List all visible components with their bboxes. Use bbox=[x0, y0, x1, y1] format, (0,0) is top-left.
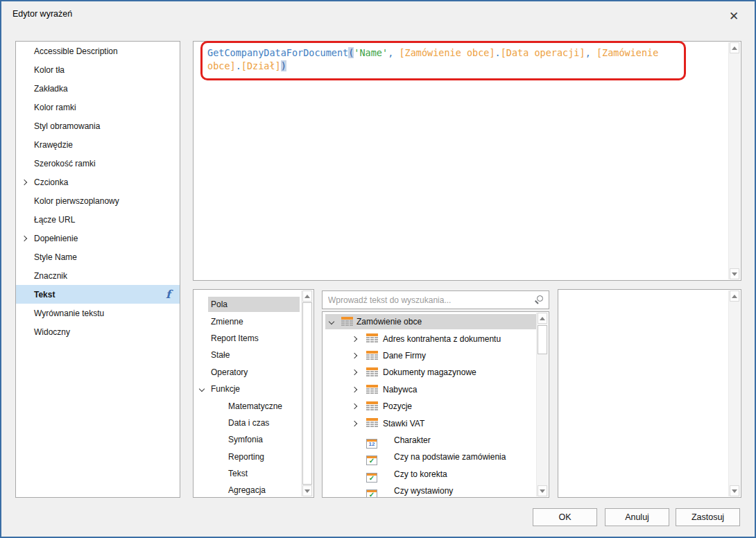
tree-scrollbar[interactable] bbox=[536, 313, 548, 496]
tree-item-czy-na-podstawie-zamowienia[interactable]: ✓Czy na podstawie zamówienia bbox=[323, 449, 536, 465]
tree-item-dokumenty-magazynowe[interactable]: Dokumenty magazynowe bbox=[323, 364, 536, 381]
category-label: Pola bbox=[208, 297, 300, 312]
scroll-down-icon[interactable] bbox=[730, 268, 739, 279]
tree-item-czy-to-korekta[interactable]: ✓Czy to korekta bbox=[323, 466, 536, 483]
property-item-widoczny[interactable]: Widoczny bbox=[16, 322, 180, 341]
description-panel bbox=[558, 289, 741, 498]
chevron-right-icon[interactable] bbox=[352, 420, 357, 426]
category-item-funkcje[interactable]: Funkcje bbox=[194, 381, 301, 397]
search-icon[interactable] bbox=[537, 295, 543, 302]
category-item-agregacja[interactable]: Agregacja bbox=[194, 482, 301, 498]
category-item-symfonia[interactable]: Symfonia bbox=[194, 431, 301, 448]
property-item-accessible-description[interactable]: Accessible Description bbox=[16, 42, 180, 60]
chevron-right-icon[interactable] bbox=[352, 387, 357, 392]
category-item-data-i-czas[interactable]: Data i czas bbox=[194, 415, 301, 431]
code-scrollbar[interactable] bbox=[728, 42, 740, 279]
category-item-tekst[interactable]: Tekst bbox=[194, 465, 301, 482]
scroll-up-icon[interactable] bbox=[730, 290, 739, 302]
category-label: Operatory bbox=[208, 365, 250, 380]
scroll-up-icon[interactable] bbox=[302, 290, 312, 302]
table-icon-grid bbox=[366, 405, 378, 410]
property-label: Kolor tła bbox=[34, 65, 65, 75]
table-icon-header bbox=[341, 317, 353, 320]
chevron-right-icon[interactable] bbox=[352, 353, 357, 358]
property-item-kolor-ramki[interactable]: Kolor ramki bbox=[16, 98, 180, 116]
property-item-dopelnienie[interactable]: Dopełnienie bbox=[16, 229, 180, 248]
scroll-down-icon[interactable] bbox=[538, 485, 547, 496]
tree-item-adres-kontrahenta-z-dokumentu[interactable]: Adres kontrahenta z dokumentu bbox=[323, 330, 536, 347]
chevron-right-icon[interactable] bbox=[22, 235, 27, 241]
property-label: Kolor ramki bbox=[34, 103, 76, 112]
category-item-reporting[interactable]: Reporting bbox=[194, 449, 301, 465]
category-item-matematyczne[interactable]: Matematyczne bbox=[194, 397, 301, 414]
property-label: Szerokość ramki bbox=[34, 159, 96, 168]
chevron-down-icon[interactable] bbox=[199, 386, 205, 392]
code-token-plain: . bbox=[495, 47, 501, 58]
scroll-up-icon[interactable] bbox=[730, 42, 739, 53]
property-item-znacznik[interactable]: Znacznik bbox=[16, 266, 180, 285]
tree-item-pozycje[interactable]: Pozycje bbox=[323, 398, 536, 415]
category-item-zmienne[interactable]: Zmienne bbox=[194, 313, 301, 329]
tree-item-zamowienie-obce[interactable]: Zamówienie obce bbox=[323, 313, 536, 330]
code-token-field: [Zamówienie obce] bbox=[399, 47, 495, 58]
table-icon bbox=[366, 367, 378, 377]
property-label: Styl obramowania bbox=[34, 121, 100, 131]
fields-tree-panel: Zamówienie obceAdres kontrahenta z dokum… bbox=[322, 311, 549, 498]
tree-item-charakter[interactable]: 12Charakter bbox=[323, 432, 536, 449]
property-item-zakladka[interactable]: Zakładka bbox=[16, 79, 180, 98]
table-icon bbox=[366, 418, 378, 428]
expression-editor-panel[interactable]: GetCompanyDataForDocument('Name', [Zamów… bbox=[193, 41, 741, 281]
property-item-wyrownanie-tekstu[interactable]: Wyrównanie tekstu bbox=[16, 304, 180, 322]
property-item-czcionka[interactable]: Czcionka bbox=[16, 173, 180, 191]
tree-item-label: Dane Firmy bbox=[383, 351, 426, 361]
tree-item-stawki-vat[interactable]: Stawki VAT bbox=[323, 415, 536, 431]
category-item-stale[interactable]: Stałe bbox=[194, 347, 301, 363]
scrollbar-thumb[interactable] bbox=[538, 325, 547, 354]
property-item-szerokosc-ramki[interactable]: Szerokość ramki bbox=[16, 154, 180, 173]
chevron-right-icon[interactable] bbox=[352, 370, 357, 375]
cancel-button[interactable]: Anuluj bbox=[605, 508, 669, 526]
scroll-up-icon[interactable] bbox=[538, 313, 547, 324]
property-item-styl-obramowania[interactable]: Styl obramowania bbox=[16, 116, 180, 135]
property-item-kolor-tla[interactable]: Kolor tła bbox=[16, 60, 180, 79]
ok-button[interactable]: OK bbox=[533, 508, 597, 526]
property-item-tekst[interactable]: Tekstf bbox=[16, 285, 180, 304]
code-token-field: [Zamówienie bbox=[596, 47, 658, 58]
expression-code[interactable]: GetCompanyDataForDocument('Name', [Zamów… bbox=[207, 46, 693, 73]
tree-item-label: Czy to korekta bbox=[394, 469, 447, 479]
description-scrollbar[interactable] bbox=[728, 290, 740, 496]
categories-panel: PolaZmienneReport ItemsStałeOperatoryFun… bbox=[193, 289, 314, 498]
table-icon bbox=[366, 351, 378, 361]
category-item-report-items[interactable]: Report Items bbox=[194, 330, 301, 347]
property-item-style-name[interactable]: Style Name bbox=[16, 248, 180, 266]
tree-item-label: Stawki VAT bbox=[383, 419, 424, 428]
property-label: Accessible Description bbox=[34, 46, 118, 56]
chevron-right-icon[interactable] bbox=[22, 179, 27, 184]
category-label: Reporting bbox=[225, 449, 267, 465]
apply-button[interactable]: Zastosuj bbox=[676, 508, 740, 526]
tree-item-label: Dokumenty magazynowe bbox=[383, 367, 476, 377]
property-label: Kolor pierwszoplanowy bbox=[34, 196, 119, 206]
scrollbar-thumb[interactable] bbox=[302, 302, 312, 485]
search-input[interactable] bbox=[322, 290, 549, 309]
chevron-right-icon[interactable] bbox=[352, 336, 357, 341]
tree-item-label: Charakter bbox=[394, 435, 431, 445]
tree-item-nabywca[interactable]: Nabywca bbox=[323, 381, 536, 398]
scroll-down-icon[interactable] bbox=[730, 485, 739, 496]
close-icon[interactable]: ✕ bbox=[721, 6, 746, 26]
property-item-lacze-url[interactable]: Łącze URL bbox=[16, 210, 180, 229]
table-icon bbox=[341, 317, 353, 327]
code-token-field: obce] bbox=[207, 60, 236, 71]
table-icon-grid bbox=[366, 337, 378, 342]
tree-item-dane-firmy[interactable]: Dane Firmy bbox=[323, 347, 536, 364]
property-item-krawedzie[interactable]: Krawędzie bbox=[16, 135, 180, 154]
category-item-pola[interactable]: Pola bbox=[194, 296, 301, 313]
property-item-kolor-pierwszoplanowy[interactable]: Kolor pierwszoplanowy bbox=[16, 191, 180, 210]
tree-item-czy-wystawiony[interactable]: ✓Czy wystawiony bbox=[323, 483, 536, 498]
chevron-right-icon[interactable] bbox=[352, 404, 357, 409]
triangle-up-icon bbox=[304, 295, 310, 298]
category-item-operatory[interactable]: Operatory bbox=[194, 364, 301, 381]
code-token-paren: ) bbox=[281, 60, 286, 71]
scroll-down-icon[interactable] bbox=[302, 485, 312, 496]
categories-scrollbar[interactable] bbox=[301, 290, 313, 496]
